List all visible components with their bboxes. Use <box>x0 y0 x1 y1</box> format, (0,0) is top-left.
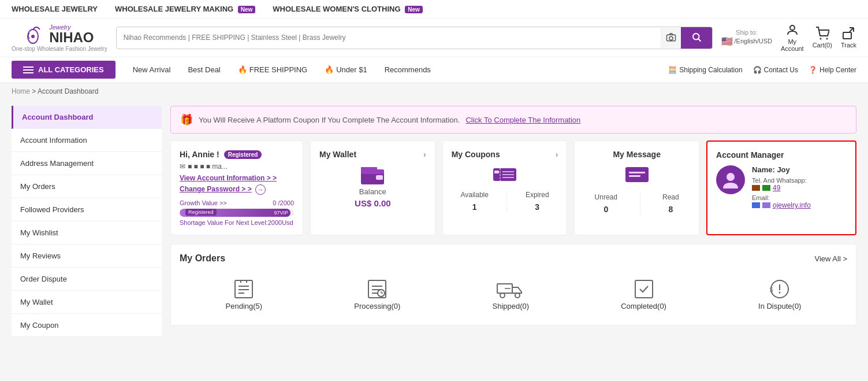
svg-rect-9 <box>843 32 851 39</box>
sidebar-item-my-coupon[interactable]: My Coupon <box>12 314 162 337</box>
orders-section: My Orders View All > Pendin <box>170 244 856 325</box>
growth-label[interactable]: Growth Value >> <box>180 199 227 206</box>
coupon-divider <box>506 191 507 212</box>
site-header: Jewelry NIHAO One-stop Wholesale Fashion… <box>0 19 868 57</box>
change-password-link[interactable]: Change Password > > <box>180 185 252 193</box>
order-shipped[interactable]: Shipped(0) <box>493 278 530 310</box>
top-nav-wholesale-jewelry[interactable]: WHOLESALE JEWELRY <box>12 5 98 13</box>
svg-point-26 <box>727 173 735 181</box>
nav-free-shipping[interactable]: FREE SHIPPING <box>238 65 307 74</box>
change-password-icon[interactable]: → <box>255 184 266 195</box>
manager-body: Name: Joy Tel. And Whatsapp: 49 Email: <box>716 165 847 209</box>
svg-line-5 <box>698 39 701 42</box>
order-completed[interactable]: Completed(0) <box>621 278 666 310</box>
sidebar-item-my-orders[interactable]: My Orders <box>12 175 162 198</box>
view-account-info-link[interactable]: View Account Information > > <box>180 174 294 182</box>
ship-to-label: Ship to: <box>736 29 757 36</box>
completed-icon <box>632 278 656 300</box>
top-nav-womens-clothing[interactable]: WHOLESALE WOMEN'S CLOTHING New <box>273 5 422 13</box>
nav-new-arrival[interactable]: New Arrival <box>133 65 171 74</box>
read-label: Read <box>662 193 679 201</box>
orders-header: My Orders View All > <box>180 253 847 264</box>
svg-point-6 <box>790 25 795 30</box>
sidebar-item-followed-providers[interactable]: Followed Providers <box>12 198 162 221</box>
order-processing[interactable]: Processing(0) <box>354 278 400 310</box>
svg-rect-42 <box>635 280 653 298</box>
wallet-balance-label: Balance <box>319 187 426 196</box>
manager-email-value[interactable]: ojewelry.info <box>773 201 811 209</box>
dispute-label: In Dispute(0) <box>758 302 801 310</box>
pending-icon <box>232 278 256 300</box>
breadcrumb-home[interactable]: Home <box>12 87 30 95</box>
read-messages: Read 8 <box>662 193 679 214</box>
sidebar-item-my-reviews[interactable]: My Reviews <box>12 245 162 268</box>
nav-recommends[interactable]: Recommends <box>385 65 431 74</box>
available-coupons: Available 1 <box>460 191 488 212</box>
coupon-icon <box>492 166 517 183</box>
wallet-icon <box>360 166 385 186</box>
wallet-card[interactable]: My Wallet › Balance US$ 0.00 <box>310 140 435 235</box>
order-pending[interactable]: Pending(5) <box>226 278 263 310</box>
breadcrumb-current: Account Dashboard <box>38 87 98 95</box>
nav-best-deal[interactable]: Best Deal <box>188 65 220 74</box>
whatsapp-icon <box>762 185 770 191</box>
svg-rect-16 <box>361 167 377 171</box>
sidebar-item-my-wishlist[interactable]: My Wishlist <box>12 221 162 245</box>
top-nav-jewelry-making[interactable]: WHOLESALE JEWELRY MAKING New <box>115 5 255 13</box>
svg-rect-24 <box>629 172 645 173</box>
nav-under-1[interactable]: Under $1 <box>325 65 367 74</box>
order-dispute[interactable]: $ In Dispute(0) <box>758 278 801 310</box>
manager-avatar <box>716 165 745 194</box>
email-icon <box>752 202 760 208</box>
logo[interactable]: Jewelry NIHAO One-stop Wholesale Fashion… <box>12 24 107 52</box>
sidebar-item-account-information[interactable]: Account Information <box>12 129 162 152</box>
coupons-chevron-icon: › <box>556 150 558 159</box>
account-button[interactable]: MyAccount <box>781 23 804 52</box>
coupon-complete-link[interactable]: Click To Complete The Information <box>465 116 580 124</box>
camera-search-button[interactable] <box>661 28 681 48</box>
main-navigation: ALL CATEGORIES New Arrival Best Deal FRE… <box>0 57 868 83</box>
sidebar-item-account-dashboard[interactable]: Account Dashboard <box>12 106 162 129</box>
manager-info: Name: Joy Tel. And Whatsapp: 49 Email: <box>752 165 811 209</box>
contact-us-link[interactable]: 🎧 Contact Us <box>753 66 798 74</box>
coupon-banner-text: You Will Receive A Platform Coupon If Yo… <box>199 116 460 124</box>
svg-point-8 <box>826 38 828 40</box>
track-button[interactable]: Track <box>841 27 856 49</box>
sidebar-item-order-dispute[interactable]: Order Dispute <box>12 268 162 291</box>
user-greeting: Hi, Annie ! Registered <box>180 150 294 159</box>
all-categories-button[interactable]: ALL CATEGORIES <box>12 61 116 79</box>
all-categories-label: ALL CATEGORIES <box>38 65 104 74</box>
user-info-card: Hi, Annie ! Registered ✉ ■ ■ ■ ■ ma... V… <box>170 140 303 235</box>
shipping-calc-link[interactable]: 🧮 Shipping Calculation <box>668 66 742 74</box>
help-center-link[interactable]: ❓ Help Center <box>809 66 856 74</box>
message-row: Unread 0 Read 8 <box>583 193 690 214</box>
unread-label: Unread <box>595 193 617 201</box>
view-all-orders[interactable]: View All > <box>815 254 848 263</box>
wallet-balance-value: US$ 0.00 <box>319 198 426 208</box>
available-value: 1 <box>460 202 488 212</box>
message-card[interactable]: My Message Unread 0 <box>574 140 699 235</box>
whatsapp-flag-icon <box>752 185 760 191</box>
sidebar-item-my-wallet[interactable]: My Wallet <box>12 291 162 314</box>
ship-to[interactable]: Ship to: 🇺🇸 /English/USD <box>721 29 772 47</box>
dashboard-grid: Hi, Annie ! Registered ✉ ■ ■ ■ ■ ma... V… <box>170 140 856 235</box>
user-email: ✉ ■ ■ ■ ■ ma... <box>180 162 294 171</box>
search-button[interactable] <box>681 27 712 49</box>
svg-point-1 <box>31 35 35 38</box>
manager-tel-value[interactable]: 49 <box>773 184 780 192</box>
manager-tel-label: Tel. And Whatsapp: <box>752 177 811 184</box>
coupons-card[interactable]: My Coupons › Available <box>442 140 568 235</box>
search-input[interactable] <box>117 29 661 46</box>
read-value: 8 <box>662 205 679 214</box>
cart-button[interactable]: Cart(0) <box>813 27 832 49</box>
svg-point-39 <box>500 293 505 298</box>
growth-value: 0 /2000 <box>273 199 294 206</box>
svg-point-40 <box>515 293 520 298</box>
expired-coupons: Expired 3 <box>526 191 549 212</box>
email-domain-icon <box>762 202 770 208</box>
menu-icon <box>23 66 33 74</box>
help-icon: ❓ <box>809 66 817 74</box>
svg-text:$: $ <box>770 287 773 293</box>
sidebar-item-address-management[interactable]: Address Management <box>12 152 162 175</box>
logo-subtitle: One-stop Wholesale Fashion Jewelry <box>12 46 107 52</box>
